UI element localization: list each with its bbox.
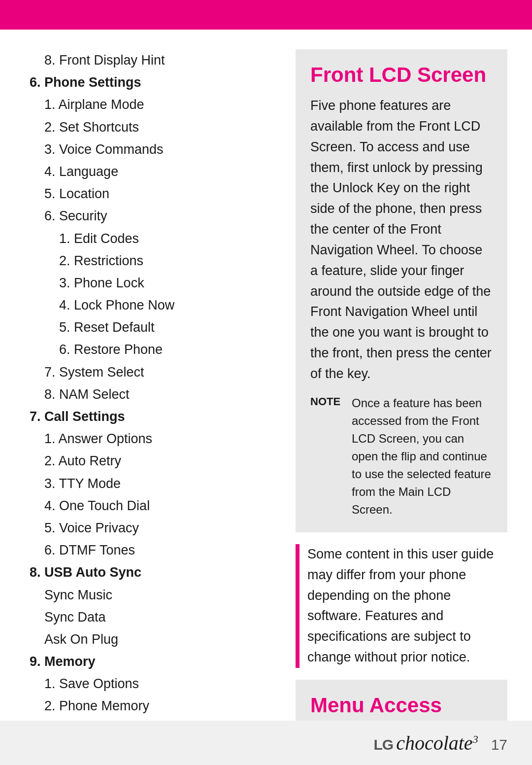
menu-item: 4. Lock Phone Now [30, 294, 276, 316]
menu-item: 6. Security [30, 205, 276, 227]
menu-item: 2. Restrictions [30, 250, 276, 272]
note-label: NOTE [310, 394, 344, 519]
menu-item: 4. One Touch Dial [30, 495, 276, 517]
note-block: NOTE Once a feature has been accessed fr… [310, 394, 493, 519]
menu-item: 8. Front Display Hint [30, 49, 276, 71]
menu-item: 3. TTY Mode [30, 473, 276, 495]
front-lcd-section: Front LCD Screen Five phone features are… [296, 49, 507, 532]
right-column: Front LCD Screen Five phone features are… [296, 49, 507, 765]
sidebar-accent: Some content in this user guide may diff… [296, 544, 507, 668]
front-lcd-title: Front LCD Screen [310, 63, 493, 87]
menu-item: 1. Edit Codes [30, 228, 276, 250]
menu-item: 5. Reset Default [30, 316, 276, 339]
menu-item: 1. Save Options [30, 673, 276, 695]
menu-item: 8. USB Auto Sync [30, 561, 276, 584]
menu-item: 6. Phone Settings [30, 71, 276, 94]
menu-item: 1. Answer Options [30, 428, 276, 450]
brand: LG chocolate3 17 [373, 731, 507, 755]
menu-item: 3. Phone Lock [30, 272, 276, 294]
menu-item: 9. Memory [30, 651, 276, 673]
menu-item: 4. Language [30, 161, 276, 183]
menu-item: 1. Airplane Mode [30, 94, 276, 116]
menu-item: Sync Data [30, 606, 276, 628]
left-column: 8. Front Display Hint6. Phone Settings1.… [30, 49, 276, 765]
pink-line [0, 26, 532, 30]
menu-item: 3. Voice Commands [30, 139, 276, 161]
menu-item: Sync Music [30, 584, 276, 606]
brand-name: chocolate3 [396, 731, 478, 755]
menu-item: 7. Call Settings [30, 406, 276, 428]
menu-item: 8. NAM Select [30, 383, 276, 406]
sidebar-note-text: Some content in this user guide may diff… [307, 544, 507, 668]
menu-item: 5. Location [30, 183, 276, 205]
accent-bar [296, 544, 299, 668]
page-number: 17 [491, 736, 507, 753]
top-bar [0, 0, 532, 26]
menu-access-title: Menu Access [310, 694, 493, 717]
menu-item: 2. Auto Retry [30, 450, 276, 472]
main-content: 8. Front Display Hint6. Phone Settings1.… [0, 30, 532, 765]
bottom-bar: LG chocolate3 17 [0, 721, 532, 765]
menu-item: 2. Set Shortcuts [30, 116, 276, 139]
menu-item: Ask On Plug [30, 628, 276, 651]
brand-lg: LG [373, 736, 393, 753]
menu-list: 8. Front Display Hint6. Phone Settings1.… [30, 49, 276, 765]
menu-item: 5. Voice Privacy [30, 517, 276, 539]
front-lcd-body: Five phone features are available from t… [310, 96, 493, 384]
menu-item: 2. Phone Memory [30, 695, 276, 717]
menu-item: 6. Restore Phone [30, 339, 276, 361]
menu-item: 7. System Select [30, 361, 276, 383]
note-text: Once a feature has been accessed from th… [352, 394, 493, 519]
menu-item: 6. DTMF Tones [30, 539, 276, 561]
